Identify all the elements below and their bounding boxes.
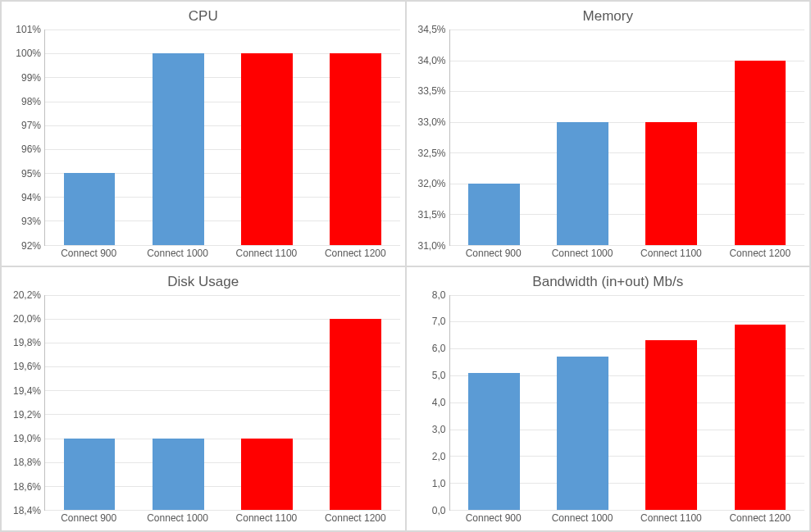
y-tick-label: 0,0 [432,505,446,516]
plot-area [44,295,400,512]
x-tick-label: Connect 900 [44,511,133,527]
gridline [45,245,400,246]
bar [557,357,608,510]
plot-area [449,295,805,512]
y-tick-label: 98% [21,96,41,107]
y-tick-label: 96% [21,143,41,155]
gridline [450,510,805,511]
y-tick-label: 7,0 [432,316,446,327]
x-tick-label: Connect 1100 [626,246,715,262]
bar-slot [45,30,134,245]
y-tick-label: 100% [16,48,41,59]
bar [153,439,204,511]
chart-title: Bandwidth (in+out) Mb/s [412,274,805,290]
y-tick-label: 19,8% [13,337,41,348]
y-tick-label: 19,0% [13,433,41,444]
bar-slot [311,295,399,511]
bar [241,439,293,511]
y-tick-label: 33,0% [417,116,445,128]
panel-memory: Memory 31,0%31,5%32,0%32,5%33,0%33,5%34,… [406,1,811,266]
bar-slot [716,295,804,511]
y-tick-label: 1,0 [432,478,446,489]
chart-title: CPU [7,8,400,25]
y-tick-label: 31,0% [417,240,445,252]
gridline [45,510,400,511]
y-tick-label: 93% [21,216,41,227]
y-tick-label: 19,6% [13,361,41,372]
x-tick-label: Connect 1100 [222,511,311,527]
chart-cpu: 92%93%94%95%96%97%98%99%100%101%Connect … [7,30,400,262]
y-tick-label: 18,8% [13,457,41,468]
y-tick-label: 3,0 [432,424,446,435]
y-tick-label: 33,5% [417,85,445,97]
plot-area [44,30,400,246]
chart-bandwidth: 0,01,02,03,04,05,06,07,08,0Connect 900Co… [412,295,805,528]
x-tick-label: Connect 900 [44,246,133,262]
x-tick-label: Connect 1200 [311,246,399,262]
y-tick-label: 97% [21,120,41,131]
x-axis: Connect 900Connect 1000Connect 1100Conne… [449,246,805,262]
bar-slot [627,30,716,245]
x-tick-label: Connect 900 [449,511,538,527]
bar-slot [539,30,627,245]
x-axis: Connect 900Connect 1000Connect 1100Conne… [44,246,400,262]
y-axis: 92%93%94%95%96%97%98%99%100%101% [7,30,44,246]
bar [468,184,520,245]
chart-title: Memory [412,8,805,25]
y-tick-label: 20,2% [13,289,41,301]
bar [64,173,116,245]
bar [468,373,520,510]
x-tick-label: Connect 1200 [716,246,804,262]
bar-slot [450,295,539,511]
chart-memory: 31,0%31,5%32,0%32,5%33,0%33,5%34,0%34,5%… [412,30,805,262]
bar [330,319,381,510]
x-tick-label: Connect 1100 [626,511,715,527]
y-tick-label: 32,5% [417,148,445,159]
bar [645,340,697,510]
panel-disk: Disk Usage 18,4%18,6%18,8%19,0%19,2%19,4… [1,266,406,532]
y-tick-label: 20,0% [13,313,41,325]
bars-container [45,295,400,511]
x-tick-label: Connect 1100 [222,246,311,262]
gridline [450,245,805,246]
bar [153,53,204,244]
x-axis: Connect 900Connect 1000Connect 1100Conne… [44,511,400,527]
plot-area [449,30,805,246]
charts-grid: CPU 92%93%94%95%96%97%98%99%100%101%Conn… [0,0,811,532]
bar-slot [134,30,222,245]
y-axis: 0,01,02,03,04,05,06,07,08,0 [412,295,449,512]
bar [735,61,786,245]
y-tick-label: 92% [21,240,41,252]
bar-slot [45,295,134,511]
y-tick-label: 94% [21,192,41,203]
x-tick-label: Connect 900 [449,246,538,262]
bar-slot [134,295,222,511]
y-tick-label: 34,5% [417,24,445,35]
bar-slot [450,30,539,245]
bar [645,122,697,245]
bar [330,53,381,244]
y-tick-label: 32,0% [417,178,445,189]
bar-slot [716,30,804,245]
x-axis: Connect 900Connect 1000Connect 1100Conne… [449,511,805,527]
chart-disk: 18,4%18,6%18,8%19,0%19,2%19,4%19,6%19,8%… [7,295,400,528]
y-tick-label: 2,0 [432,451,446,462]
y-axis: 18,4%18,6%18,8%19,0%19,2%19,4%19,6%19,8%… [7,295,44,512]
y-tick-label: 19,4% [13,385,41,397]
bar [735,325,786,510]
x-tick-label: Connect 1200 [311,511,399,527]
y-tick-label: 34,0% [417,55,445,66]
chart-title: Disk Usage [7,274,400,290]
x-tick-label: Connect 1000 [133,511,221,527]
y-tick-label: 4,0 [432,397,446,408]
y-tick-label: 99% [21,72,41,84]
y-tick-label: 5,0 [432,370,446,381]
y-tick-label: 19,2% [13,409,41,421]
x-tick-label: Connect 1200 [716,511,804,527]
bar-slot [539,295,627,511]
bar-slot [222,295,311,511]
panel-bandwidth: Bandwidth (in+out) Mb/s 0,01,02,03,04,05… [406,266,811,532]
bar-slot [222,30,311,245]
bars-container [450,295,805,511]
bar [64,439,116,511]
